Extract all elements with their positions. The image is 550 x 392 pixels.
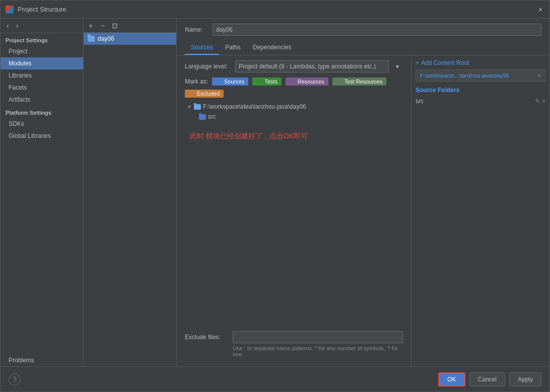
copy-module-button[interactable]: ⊡ [110,21,120,31]
bottom-bar: ? OK Cancel Apply [1,366,549,391]
language-level-row: Language level: Project default (8 - Lam… [185,60,403,72]
exclude-files-input[interactable] [233,331,403,343]
module-list: day06 [84,33,176,366]
tree-toggle-icon: ▼ [187,104,192,110]
module-list-panel: + − ⊡ day06 [84,19,177,366]
source-folder-item-src: src ✎ × [416,97,545,106]
name-label: Name: [185,26,208,33]
test-resources-folder-icon [336,79,342,84]
add-content-root-button[interactable]: + Add Content Root [416,59,545,66]
tree-item-src[interactable]: src [185,112,403,122]
file-tree: ▼ F:\workspace\idea\lanzhou-java\day06 s… [185,102,403,327]
app-icon [6,6,14,14]
annotation-text: 此时 模块已经创建好了，点击OK即可 [190,132,403,141]
source-folder-name: src [416,98,424,105]
tree-folder-src-icon [199,114,206,120]
sources-folder-icon [216,79,222,84]
right-panel: Name: Sources Paths Dependencies [177,19,549,366]
exclude-files-row: Exclude files: [185,331,403,343]
sidebar-item-problems[interactable]: Problems [1,354,83,366]
module-item-label: day06 [98,35,114,42]
content-root-close-button[interactable]: × [537,72,541,79]
tree-folder-root-icon [194,104,201,110]
excluded-folder-icon [189,91,195,96]
source-folders-header: Source Folders [416,87,545,94]
mark-as-sources-button[interactable]: Sources [212,77,248,86]
language-level-select[interactable]: Project default (8 - Lambdas, type annot… [235,60,389,72]
remove-module-button[interactable]: − [98,21,108,31]
module-item-day06[interactable]: day06 [84,33,176,45]
sidebar-item-artifacts[interactable]: Artifacts [1,94,83,106]
name-row: Name: [177,19,549,41]
cancel-button[interactable]: Cancel [469,372,505,386]
help-button[interactable]: ? [9,373,21,385]
tree-src-label: src [208,113,216,120]
language-level-label: Language level: [185,63,230,70]
name-input[interactable] [213,24,541,36]
mark-as-resources-button[interactable]: Resources [286,77,328,86]
content-root-path: F:\workspace\...\lanzhou-java\day06 [420,72,509,79]
tab-sources[interactable]: Sources [185,41,219,55]
add-module-button[interactable]: + [86,21,96,31]
title-bar-left: Project Structure [6,6,66,14]
ok-button[interactable]: OK [438,372,465,386]
apply-button[interactable]: Apply [509,372,541,386]
tab-dependencies[interactable]: Dependencies [247,41,298,55]
mark-as-row: Mark as: Sources Tests Resources [185,77,403,98]
dialog-window: Project Structure × ‹ › Project Settings… [0,0,550,392]
plus-icon: + [416,59,419,66]
content-area: Language level: Project default (8 - Lam… [177,55,549,366]
platform-settings-section: Platform Settings [1,106,83,118]
mark-as-excluded-button[interactable]: Excluded [185,90,224,98]
exclude-hint-text: Use ; to separate name patterns, * for a… [185,345,403,357]
content-roots-sidebar: + Add Content Root F:\workspace\...\lanz… [411,55,549,366]
resources-folder-icon [290,79,296,84]
sidebar: ‹ › Project Settings Project Modules Lib… [1,19,84,366]
nav-bar: ‹ › [1,19,83,33]
module-folder-icon [88,36,95,42]
mark-as-label: Mark as: [185,78,208,85]
title-bar: Project Structure × [1,1,549,19]
source-folder-delete-button[interactable]: × [542,98,545,105]
sidebar-item-sdks[interactable]: SDKs [1,118,83,130]
sidebar-item-project[interactable]: Project [1,45,83,57]
content-root-item: F:\workspace\...\lanzhou-java\day06 × [416,69,545,82]
sources-main: Language level: Project default (8 - Lam… [177,55,411,366]
tabs-bar: Sources Paths Dependencies [177,41,549,55]
close-button[interactable]: × [536,6,544,14]
sidebar-item-libraries[interactable]: Libraries [1,69,83,82]
sidebar-item-global-libraries[interactable]: Global Libraries [1,130,83,142]
sidebar-item-modules[interactable]: Modules [1,57,83,69]
window-title: Project Structure [18,6,66,13]
source-folder-edit-button[interactable]: ✎ [535,98,540,105]
sidebar-item-facets[interactable]: Facets [1,82,83,94]
exclude-files-label: Exclude files: [185,334,228,341]
mark-as-tests-button[interactable]: Tests [252,77,282,86]
tree-root-label: F:\workspace\idea\lanzhou-java\day06 [203,103,306,110]
language-level-select-wrapper: Project default (8 - Lambdas, type annot… [235,60,403,72]
tests-folder-icon [256,79,262,84]
forward-button[interactable]: › [14,21,21,31]
mark-as-test-resources-button[interactable]: Test Resources [332,77,387,86]
select-arrow-icon: ▼ [395,64,400,69]
project-settings-section: Project Settings [1,33,83,45]
back-button[interactable]: ‹ [5,21,11,31]
main-content: ‹ › Project Settings Project Modules Lib… [1,19,549,366]
module-list-toolbar: + − ⊡ [84,19,176,33]
source-folder-actions: ✎ × [535,98,545,105]
tab-paths[interactable]: Paths [219,41,247,55]
tree-item-root[interactable]: ▼ F:\workspace\idea\lanzhou-java\day06 [185,102,403,112]
